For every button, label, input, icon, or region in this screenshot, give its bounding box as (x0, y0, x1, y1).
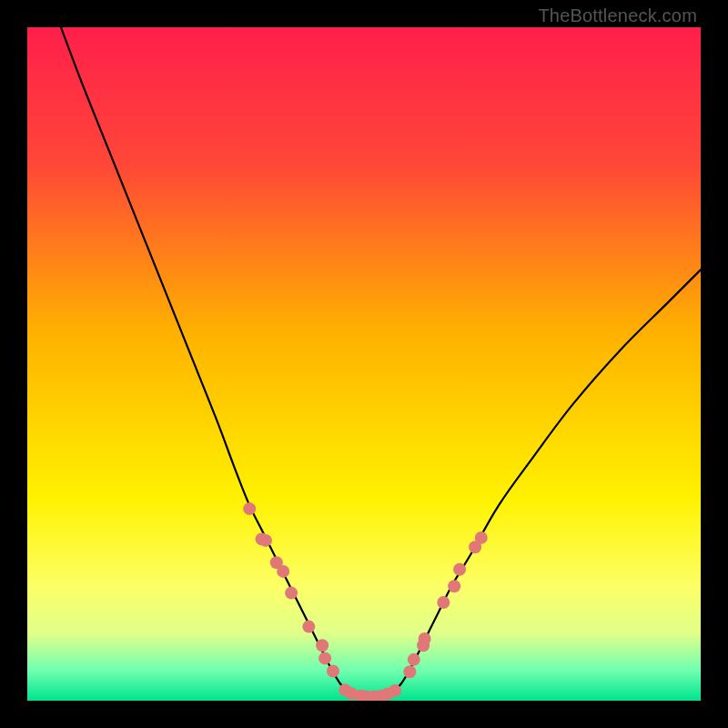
chart-background-gradient (27, 27, 701, 701)
marker-point (475, 531, 488, 544)
marker-point (453, 563, 466, 576)
marker-point (389, 684, 401, 697)
chart-frame (27, 27, 701, 701)
marker-point (419, 632, 431, 645)
bottleneck-chart (27, 27, 701, 701)
marker-point (408, 653, 420, 666)
marker-point (259, 534, 272, 547)
marker-point (285, 587, 298, 600)
marker-point (316, 639, 329, 652)
marker-point (437, 596, 450, 609)
marker-point (318, 652, 331, 664)
marker-point (243, 502, 256, 515)
marker-point (302, 621, 315, 633)
marker-point (277, 565, 289, 578)
marker-point (448, 580, 460, 592)
marker-point (403, 665, 416, 678)
marker-point (327, 664, 339, 677)
watermark-text: TheBottleneck.com (538, 5, 697, 26)
